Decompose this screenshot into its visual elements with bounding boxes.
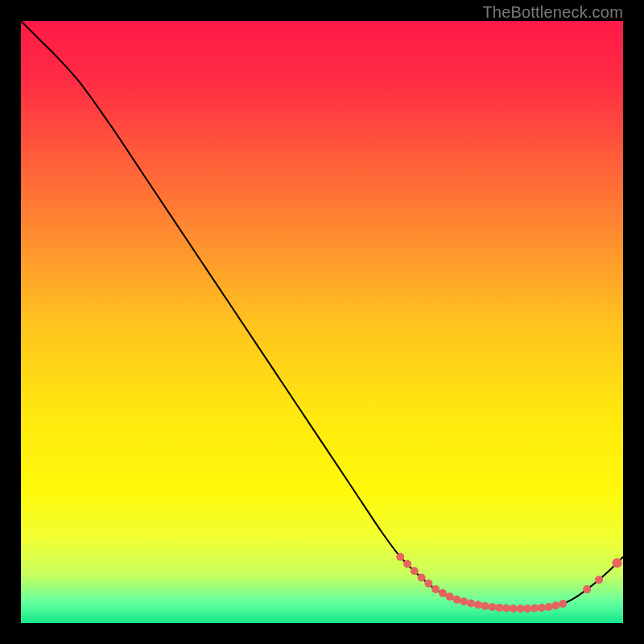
data-point: [502, 605, 510, 613]
data-point: [510, 605, 518, 613]
data-point: [431, 585, 440, 593]
watermark-text: TheBottleneck.com: [482, 3, 623, 22]
data-point: [411, 567, 419, 575]
data-point: [488, 603, 496, 611]
bottleneck-chart: [21, 21, 623, 623]
data-point: [424, 580, 432, 588]
data-point: [583, 585, 591, 593]
chart-frame: TheBottleneck.com: [0, 0, 644, 644]
data-point: [474, 601, 482, 609]
data-point: [452, 596, 460, 604]
data-point: [439, 589, 447, 597]
data-point: [517, 605, 525, 613]
data-point: [403, 560, 411, 568]
data-point: [559, 600, 567, 608]
data-point: [613, 558, 622, 568]
data-point: [530, 605, 539, 613]
data-point: [396, 553, 404, 561]
data-point: [460, 597, 468, 605]
data-point: [551, 601, 559, 609]
data-point: [418, 573, 426, 581]
data-point: [495, 604, 503, 612]
data-point: [446, 592, 454, 601]
data-point: [595, 576, 603, 584]
data-point: [481, 602, 489, 610]
data-point: [523, 605, 531, 613]
data-point: [545, 603, 553, 611]
gradient-background: [21, 21, 623, 623]
data-point: [467, 600, 475, 608]
data-point: [538, 604, 546, 612]
